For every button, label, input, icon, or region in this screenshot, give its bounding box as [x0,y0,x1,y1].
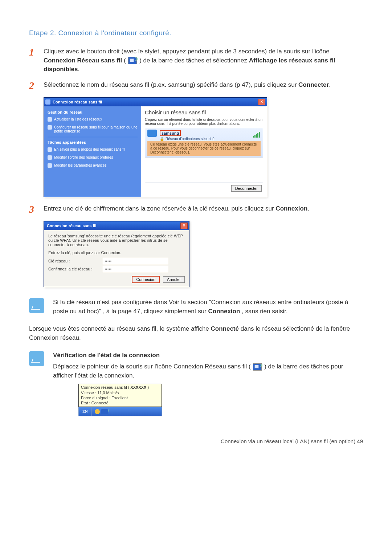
note1-text-a: Si la clé réseau n'est pas configurée da… [53,299,348,315]
step2-connect: Connecter [298,81,329,88]
note-icon [29,351,44,366]
network-key-label: Clé réseau : [48,259,103,263]
section-title: Etape 2. Connexion à l'ordinateur config… [29,29,363,37]
gear-icon [48,163,52,168]
connected-text-a: Lorsque vous êtes connecté au réseau san… [29,325,211,332]
sidebar-head-1: Gestion du réseau [48,110,138,114]
confirm-key-label: Confirmez la clé réseau : [48,267,103,271]
step3-connect: Connexion [275,205,307,212]
connect-button[interactable]: Connexion [132,276,160,283]
network-type: Réseau d'ordinateurs sécurisé [166,137,215,141]
signal-strength-icon [253,132,260,138]
sidebar-advanced-label: Modifier les paramètres avancés [54,163,107,168]
info-icon [48,147,52,152]
step3-text: Entrez une clé de chiffrement dans la zo… [44,205,275,212]
step-number-3: 3 [29,204,44,215]
note1-text-b: , sans rien saisir. [242,308,288,315]
taskbar: EN [78,407,162,416]
network-name: samsung [160,130,181,136]
sidebar-refresh-label: Actualiser la liste des réseaux [54,117,102,122]
check-text-a: Déplacez le pointeur de la souris sur l'… [53,363,252,370]
dialog2-instr: Entrez la clé, puis cliquez sur Connexio… [48,250,185,255]
sidebar-learn-link[interactable]: En savoir plus à propos des réseaux sans… [48,147,138,152]
tooltip-ssid: XXXXXX [130,385,146,389]
dialog2-desc: Le réseau 'samsung' nécessite une clé ré… [48,234,185,247]
dialog1-title: Connexion réseau sans fil [53,100,258,104]
tooltip-line1-a: Connexion réseau sans fil ( [81,385,130,389]
note-no-key: Si la clé réseau n'est pas configurée da… [29,298,363,316]
choose-network-dialog: Connexion réseau sans fil × Gestion du r… [44,97,267,197]
disconnect-button[interactable]: Déconnecter [231,185,262,192]
network-list: samsung 🔒 Réseau d'ordinateurs sécurisé … [145,128,263,183]
lock-icon: 🔒 [160,137,164,141]
step1-paren-open: ( [124,57,127,64]
note1-bold: Connexion [208,308,240,315]
wireless-tray-icon[interactable] [101,409,108,414]
shield-icon[interactable] [95,409,100,414]
step-1: 1 Cliquez avec le bouton droit (avec le … [29,47,363,74]
sidebar-order-label: Modifier l'ordre des réseaux préférés [54,155,113,160]
status-tooltip: Connexion réseau sans fil ( XXXXXX ) Vit… [78,384,162,407]
step1-text-a: Cliquez avec le bouton droit (avec le st… [44,48,330,55]
sidebar-order-link[interactable]: Modifier l'ordre des réseaux préférés [48,155,138,160]
dialog2-title: Connexion réseau sans fil [45,224,180,228]
note-check-status: Vérification de l'état de la connexion D… [29,351,363,416]
step1-end: . [78,66,79,73]
tooltip-state: État : Connecté [81,400,159,405]
choose-network-sub: Cliquez sur un élément dans la liste ci-… [145,118,263,126]
dialog2-titlebar: Connexion réseau sans fil × [44,221,189,230]
step-3: 3 Entrez une clé de chiffrement dans la … [29,204,363,215]
tooltip-speed: Vitesse : 11,0 Mbits/s [81,390,159,395]
sidebar-setup-label: Configurer un réseau sans fil pour la ma… [54,125,138,133]
network-key-dialog: Connexion réseau sans fil × Le réseau 's… [44,221,189,287]
step2-end: . [329,81,331,88]
sidebar-head-2: Tâches apparentées [48,140,138,144]
network-key-input[interactable] [103,258,168,264]
wireless-tray-icon [253,363,262,371]
sidebar-setup-link[interactable]: Configurer un réseau sans fil pour la ma… [48,125,138,133]
choose-network-heading: Choisir un réseau sans fil [145,109,263,115]
tooltip-line1-c: ) [146,385,149,389]
network-item-samsung[interactable]: samsung 🔒 Réseau d'ordinateurs sécurisé … [145,128,263,158]
step1-paren-close: ) de la barre des tâches et sélectionnez [139,57,249,64]
note-icon [29,298,44,313]
step3-end: . [307,205,309,212]
dialog1-titlebar: Connexion réseau sans fil × [44,98,267,106]
step-number-2: 2 [29,81,44,91]
network-message: Ce réseau exige une clé réseau. Vous ête… [147,141,261,156]
sidebar-learn-label: En savoir plus à propos des réseaux sans… [54,147,125,152]
page-footer: Connexion via un réseau local (LAN) sans… [29,438,363,444]
sidebar-advanced-link[interactable]: Modifier les paramètres avancés [48,163,138,168]
star-icon [48,155,52,160]
close-icon[interactable]: × [180,223,188,229]
sidebar-refresh-link[interactable]: Actualiser la liste des réseaux [48,117,138,122]
check-status-title: Vérification de l'état de la connexion [53,351,363,360]
connected-bold: Connecté [211,325,239,332]
dialog1-sidebar: Gestion du réseau Actualiser la liste de… [44,106,141,197]
cancel-button[interactable]: Annuler [163,276,185,283]
dialog1-title-icon [45,99,50,105]
taskbar-lang[interactable]: EN [79,407,92,416]
wireless-tray-icon [128,57,137,64]
step-2: 2 Sélectionnez le nom du réseau sans fil… [29,81,363,91]
close-icon[interactable]: × [258,99,265,105]
step1-icon-label: Connexion Réseau sans fil [44,57,122,64]
setup-icon [48,125,52,130]
refresh-icon [48,117,52,122]
step-number-1: 1 [29,47,44,57]
network-icon [147,130,157,137]
tooltip-signal: Force du signal : Excellent [81,395,159,400]
step2-text: Sélectionnez le nom du réseau sans fil (… [44,81,298,88]
confirm-key-input[interactable] [103,266,168,272]
